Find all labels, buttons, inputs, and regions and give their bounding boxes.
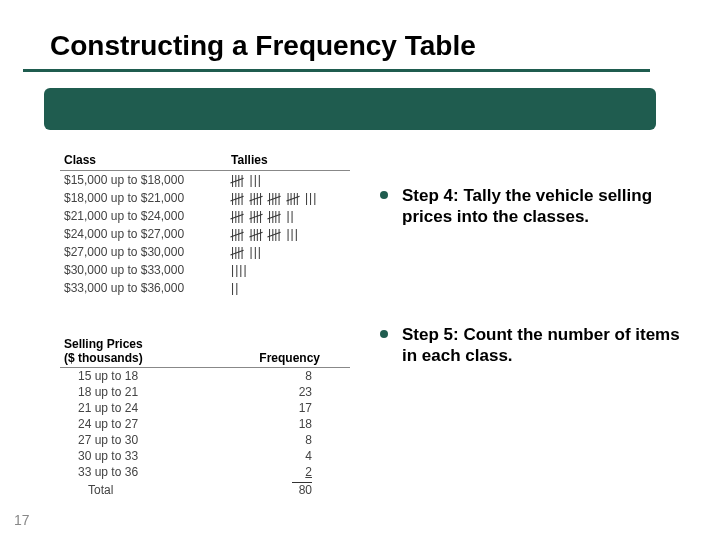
bullet-list: Step 4: Tally the vehicle selling prices…: [380, 185, 690, 462]
cell-class-range: $30,000 up to $33,000: [60, 261, 227, 279]
table-row: $24,000 up to $27,000|||||||||||||||: [60, 225, 350, 243]
bullet-text: Step 4: Tally the vehicle selling prices…: [402, 185, 690, 228]
class-tallies-table: Class Tallies $15,000 up to $18,000|||||…: [60, 150, 350, 297]
cell-range: 30 up to 33: [60, 448, 199, 464]
cell-range: 18 up to 21: [60, 384, 199, 400]
cell-class-range: $15,000 up to $18,000: [60, 171, 227, 190]
cell-tallies: |||||||: [227, 171, 350, 190]
page-title: Constructing a Frequency Table: [50, 30, 476, 62]
cell-class-range: $27,000 up to $30,000: [60, 243, 227, 261]
table-row: 33 up to 362: [60, 464, 350, 480]
cell-tallies: ||||: [227, 261, 350, 279]
th-selling-prices: Selling Prices($ thousands): [60, 335, 199, 368]
cell-range: 27 up to 30: [60, 432, 199, 448]
cell-frequency: 23: [199, 384, 350, 400]
cell-frequency: 2: [199, 464, 350, 480]
table-row-total: Total80: [60, 480, 350, 498]
cell-tallies: ||||||||||||||: [227, 207, 350, 225]
table-row: $18,000 up to $21,000|||||||||||||||||||: [60, 189, 350, 207]
table-row: $27,000 up to $30,000|||||||: [60, 243, 350, 261]
bullet-dot-icon: [380, 191, 388, 199]
th-tallies: Tallies: [227, 150, 350, 171]
cell-frequency: 8: [199, 432, 350, 448]
table-row: 24 up to 2718: [60, 416, 350, 432]
table-row: $21,000 up to $24,000||||||||||||||: [60, 207, 350, 225]
bullet-item: Step 4: Tally the vehicle selling prices…: [380, 185, 690, 228]
table-row: 15 up to 188: [60, 368, 350, 385]
cell-range: 33 up to 36: [60, 464, 199, 480]
bullet-dot-icon: [380, 330, 388, 338]
cell-class-range: $18,000 up to $21,000: [60, 189, 227, 207]
cell-class-range: $21,000 up to $24,000: [60, 207, 227, 225]
table-row: 18 up to 2123: [60, 384, 350, 400]
cell-class-range: $33,000 up to $36,000: [60, 279, 227, 297]
cell-class-range: $24,000 up to $27,000: [60, 225, 227, 243]
bullet-item: Step 5: Count the number of items in eac…: [380, 324, 690, 367]
cell-range: 21 up to 24: [60, 400, 199, 416]
accent-bar: [44, 88, 656, 130]
table-row: 27 up to 308: [60, 432, 350, 448]
bullet-text: Step 5: Count the number of items in eac…: [402, 324, 690, 367]
cell-range: 15 up to 18: [60, 368, 199, 385]
table-row: $15,000 up to $18,000|||||||: [60, 171, 350, 190]
cell-tallies: ||: [227, 279, 350, 297]
cell-frequency: 17: [199, 400, 350, 416]
selling-prices-frequency-table: Selling Prices($ thousands) Frequency 15…: [60, 335, 350, 498]
table-row: 21 up to 2417: [60, 400, 350, 416]
cell-frequency: 4: [199, 448, 350, 464]
title-rule-main: [50, 69, 650, 72]
table-row: 30 up to 334: [60, 448, 350, 464]
th-line: ($ thousands): [64, 351, 195, 365]
table-row: $30,000 up to $33,000||||: [60, 261, 350, 279]
cell-frequency: 8: [199, 368, 350, 385]
title-wrap: Constructing a Frequency Table: [50, 30, 476, 62]
th-class: Class: [60, 150, 227, 171]
th-line: Selling Prices: [64, 337, 195, 351]
cell-tallies: |||||||||||||||: [227, 225, 350, 243]
title-rule-stub: [23, 69, 50, 72]
cell-total-value: 80: [199, 480, 350, 498]
cell-total-label: Total: [60, 480, 199, 498]
cell-tallies: |||||||: [227, 243, 350, 261]
cell-tallies: |||||||||||||||||||: [227, 189, 350, 207]
page-number: 17: [14, 512, 30, 528]
table-row: $33,000 up to $36,000||: [60, 279, 350, 297]
cell-range: 24 up to 27: [60, 416, 199, 432]
th-frequency: Frequency: [199, 335, 350, 368]
cell-frequency: 18: [199, 416, 350, 432]
